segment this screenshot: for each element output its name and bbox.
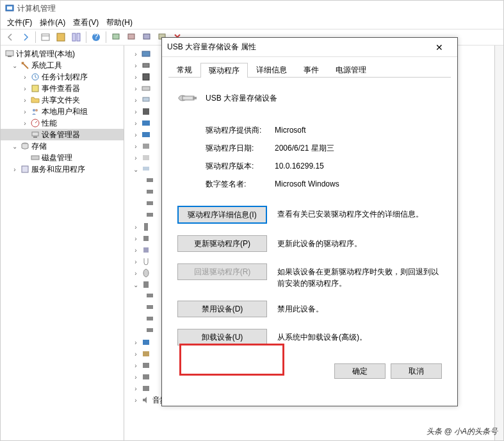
expand-icon[interactable]: › <box>21 108 29 115</box>
expand-icon[interactable]: › <box>21 97 29 104</box>
titlebar: 计算机管理 <box>1 1 503 16</box>
close-button[interactable]: ✕ <box>427 38 452 56</box>
svg-rect-50 <box>143 351 149 356</box>
tool-btn-2[interactable] <box>54 30 68 44</box>
svg-rect-10 <box>128 34 134 39</box>
rollback-driver-desc: 如果该设备在更新驱动程序时失败，则回退到以前安装的驱动程序。 <box>277 263 442 289</box>
tools-icon <box>20 60 30 71</box>
tree-root[interactable]: 计算机管理(本地) <box>1 48 124 60</box>
svg-point-17 <box>33 109 35 112</box>
computer-icon <box>4 49 15 59</box>
back-button[interactable] <box>3 30 17 44</box>
properties-dialog: USB 大容量存储设备 属性 ✕ 常规 驱动程序 详细信息 事件 电源管理 US… <box>161 37 458 406</box>
update-driver-button[interactable]: 更新驱动程序(P) <box>177 235 267 252</box>
tab-power[interactable]: 电源管理 <box>327 62 375 77</box>
uninstall-device-button[interactable]: 卸载设备(U) <box>177 329 267 345</box>
svg-rect-20 <box>32 132 38 136</box>
svg-rect-21 <box>33 137 37 138</box>
forward-button[interactable] <box>19 30 33 44</box>
svg-point-18 <box>35 109 38 112</box>
disable-device-button[interactable]: 禁用设备(D) <box>177 301 267 317</box>
date-value: 2006/6/21 星期三 <box>275 143 334 154</box>
svg-rect-48 <box>147 328 153 332</box>
svg-rect-40 <box>144 223 148 231</box>
tool-btn-5[interactable] <box>124 30 138 44</box>
svg-rect-5 <box>72 33 76 41</box>
svg-rect-39 <box>147 213 153 217</box>
collapse-icon[interactable]: ⌄ <box>11 62 19 69</box>
driver-details-button[interactable]: 驱动程序详细信息(I) <box>177 206 267 224</box>
tree-users[interactable]: › 本地用户和组 <box>1 106 124 117</box>
tool-btn-1[interactable] <box>38 30 53 44</box>
tab-details[interactable]: 详细信息 <box>248 62 295 77</box>
right-pane <box>494 46 503 440</box>
svg-rect-44 <box>143 281 149 288</box>
menu-file[interactable]: 文件(F) <box>3 16 36 29</box>
usb-device-icon <box>177 88 198 108</box>
tree-devmgr[interactable]: 设备管理器 <box>1 129 124 140</box>
collapse-icon[interactable]: ⌄ <box>11 143 19 150</box>
tab-driver[interactable]: 驱动程序 <box>200 63 248 78</box>
menu-view[interactable]: 查看(V) <box>69 16 102 29</box>
folder-icon <box>30 95 40 105</box>
svg-rect-23 <box>31 156 39 160</box>
svg-rect-35 <box>143 167 149 171</box>
svg-rect-45 <box>147 294 153 297</box>
svg-rect-26 <box>143 63 149 67</box>
dialog-titlebar: USB 大容量存储设备 属性 ✕ <box>162 38 457 57</box>
version-label: 驱动程序版本: <box>206 161 275 172</box>
expand-icon[interactable]: › <box>21 85 29 92</box>
svg-rect-16 <box>32 85 38 92</box>
tree-shared[interactable]: › 共享文件夹 <box>1 94 124 106</box>
tree-performance[interactable]: › 性能 <box>1 117 124 129</box>
tree-storage[interactable]: ⌄ 存储 <box>1 140 124 152</box>
uninstall-device-desc: 从系统中卸载设备(高级)。 <box>277 329 442 343</box>
dialog-footer: 确定 取消 <box>177 357 442 379</box>
svg-rect-9 <box>113 34 119 39</box>
device-name: USB 大容量存储设备 <box>206 93 277 104</box>
svg-rect-49 <box>143 340 149 345</box>
toolbar-separator <box>86 31 86 43</box>
expand-icon[interactable]: › <box>21 74 29 81</box>
tool-btn-3[interactable] <box>69 30 83 44</box>
tab-events[interactable]: 事件 <box>295 62 327 77</box>
perf-icon <box>30 118 40 128</box>
menu-help[interactable]: 帮助(H) <box>102 16 136 29</box>
driver-details-desc: 查看有关已安装驱动程序文件的详细信息。 <box>277 206 442 220</box>
tree-scheduler[interactable]: › 任务计划程序 <box>1 71 124 83</box>
ok-button[interactable]: 确定 <box>334 363 386 379</box>
help-button[interactable]: ? <box>89 30 103 44</box>
svg-rect-1 <box>7 6 12 10</box>
driver-info-table: 驱动程序提供商: Microsoft 驱动程序日期: 2006/6/21 星期三… <box>206 121 442 193</box>
tab-strip: 常规 驱动程序 详细信息 事件 电源管理 <box>168 62 451 78</box>
svg-rect-36 <box>147 178 153 182</box>
tool-btn-4[interactable] <box>109 30 123 44</box>
app-icon <box>4 3 15 13</box>
tree-systools[interactable]: ⌄ 系统工具 <box>1 60 124 71</box>
update-driver-desc: 更新此设备的驱动程序。 <box>277 235 442 249</box>
tool-btn-6[interactable] <box>140 30 154 44</box>
tree-eventviewer[interactable]: › 事件查看器 <box>1 83 124 94</box>
svg-rect-13 <box>6 51 13 56</box>
expand-icon[interactable]: › <box>21 120 29 127</box>
svg-rect-46 <box>147 305 153 309</box>
svg-rect-37 <box>147 190 153 194</box>
svg-rect-32 <box>142 132 150 137</box>
tree-pane: 计算机管理(本地) ⌄ 系统工具 › 任务计划程序 › 事件查看器 › 共享文件… <box>1 46 124 440</box>
tab-general[interactable]: 常规 <box>168 62 200 77</box>
menu-action[interactable]: 操作(A) <box>36 16 69 29</box>
svg-text:?: ? <box>94 32 99 41</box>
services-icon <box>20 164 30 174</box>
svg-rect-11 <box>143 34 150 39</box>
svg-rect-27 <box>143 74 149 80</box>
clock-icon <box>30 72 40 82</box>
svg-point-43 <box>143 269 149 277</box>
storage-icon <box>20 141 30 151</box>
tab-content: USB 大容量存储设备 驱动程序提供商: Microsoft 驱动程序日期: 2… <box>168 78 451 401</box>
disable-device-desc: 禁用此设备。 <box>277 301 442 315</box>
tree-diskmgr[interactable]: 磁盘管理 <box>1 152 124 163</box>
cancel-button[interactable]: 取消 <box>391 363 442 379</box>
expand-icon[interactable]: › <box>11 166 19 173</box>
tree-services[interactable]: › 服务和应用程序 <box>1 163 124 175</box>
devmgr-icon <box>30 129 40 140</box>
